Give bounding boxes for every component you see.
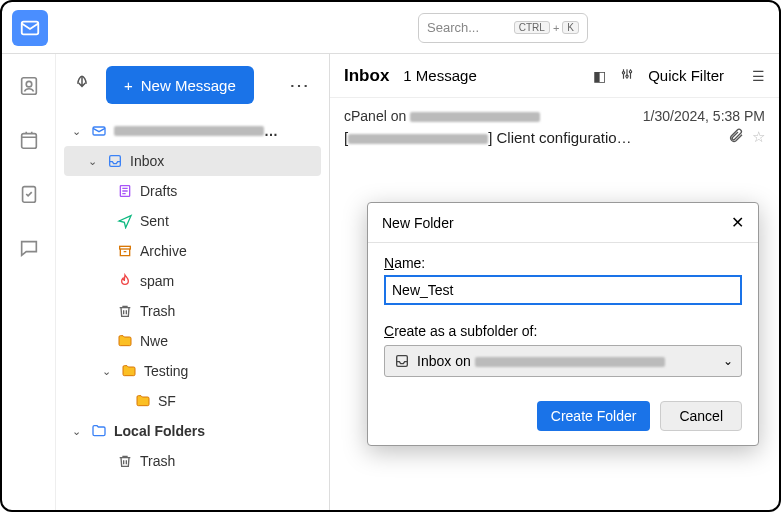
folder-spam[interactable]: spam [64,266,321,296]
contacts-icon[interactable] [17,74,41,98]
folder-archive[interactable]: Archive [64,236,321,266]
get-messages-icon[interactable] [72,73,92,97]
message-count: 1 Message [403,67,476,84]
chevron-down-icon: ⌄ [72,425,84,438]
spam-label: spam [140,273,174,289]
svg-rect-1 [21,78,36,95]
svg-point-10 [629,71,631,73]
chat-icon[interactable] [17,236,41,260]
name-label: Name: [384,255,742,271]
local-folders-row[interactable]: ⌄ Local Folders [64,416,321,446]
trash-label: Trash [140,303,175,319]
message-date: 1/30/2024, 5:38 PM [643,108,765,124]
nwe-label: Nwe [140,333,168,349]
svg-rect-3 [21,134,36,149]
drafts-icon [116,182,134,200]
archive-icon [116,242,134,260]
spam-icon [116,272,134,290]
sf-label: SF [158,393,176,409]
chevron-down-icon: ⌄ [102,365,114,378]
plus-icon: + [124,77,133,94]
subfolder-select[interactable]: Inbox on ⌄ [384,345,742,377]
local-folders-label: Local Folders [114,423,205,439]
message-subject: [] Client configuratio… [344,129,632,146]
trash-icon [116,452,134,470]
unread-filter-icon[interactable]: ◧ [593,68,606,84]
cancel-button[interactable]: Cancel [660,401,742,431]
new-folder-dialog: New Folder ✕ Name: Create as a subfolder… [367,202,759,446]
folder-icon [134,392,152,410]
folder-icon [116,332,134,350]
folder-trash[interactable]: Trash [64,296,321,326]
folder-drafts[interactable]: Drafts [64,176,321,206]
mail-account-icon [90,122,108,140]
message-list-header: Inbox 1 Message ◧ Quick Filter ☰ [330,54,779,98]
account-row[interactable]: ⌄ … [64,116,321,146]
folder-local-trash[interactable]: Trash [64,446,321,476]
folder-name-input[interactable] [384,275,742,305]
quick-filter-label[interactable]: Quick Filter [648,67,724,84]
folder-sent[interactable]: Sent [64,206,321,236]
app-mail-icon[interactable] [12,10,48,46]
attachment-icon [728,128,744,147]
search-placeholder: Search... [427,20,479,35]
testing-label: Testing [144,363,188,379]
folder-title: Inbox [344,66,389,86]
filter-icon[interactable] [620,67,634,84]
new-message-label: New Message [141,77,236,94]
message-sender: cPanel on [344,108,540,124]
account-name: … [114,123,278,139]
folder-testing[interactable]: ⌄ Testing [64,356,321,386]
subfolder-label: Create as a subfolder of: [384,323,742,339]
folder-sf[interactable]: SF [64,386,321,416]
search-input[interactable]: Search... CTRL + K [418,13,588,43]
kbd-k: K [562,21,579,34]
kbd-plus: + [553,22,559,34]
folder-icon [120,362,138,380]
svg-point-8 [622,72,624,74]
inbox-icon [393,352,411,370]
calendar-icon[interactable] [17,128,41,152]
trash-icon [116,302,134,320]
close-icon[interactable]: ✕ [731,213,744,232]
star-icon[interactable]: ☆ [752,128,765,147]
tasks-icon[interactable] [17,182,41,206]
chevron-down-icon: ⌄ [723,354,733,368]
folder-inbox[interactable]: ⌄ Inbox [64,146,321,176]
sent-label: Sent [140,213,169,229]
svg-rect-7 [120,246,131,249]
folder-sidebar: + New Message ⋯ ⌄ … ⌄ Inbox Drafts Sent … [56,54,330,510]
local-folder-icon [90,422,108,440]
layout-icon[interactable]: ☰ [752,68,765,84]
svg-point-2 [26,81,32,87]
chevron-down-icon: ⌄ [88,155,100,168]
svg-point-9 [626,75,628,77]
local-trash-label: Trash [140,453,175,469]
drafts-label: Drafts [140,183,177,199]
inbox-label: Inbox [130,153,164,169]
dialog-title: New Folder [382,215,454,231]
new-message-button[interactable]: + New Message [106,66,254,104]
subfolder-value: Inbox on [417,353,665,369]
sent-icon [116,212,134,230]
kbd-ctrl: CTRL [514,21,550,34]
folder-nwe[interactable]: Nwe [64,326,321,356]
archive-label: Archive [140,243,187,259]
message-row[interactable]: cPanel on 1/30/2024, 5:38 PM [] Client c… [330,98,779,157]
chevron-down-icon: ⌄ [72,125,84,138]
create-folder-button[interactable]: Create Folder [537,401,651,431]
more-menu-icon[interactable]: ⋯ [283,73,317,97]
inbox-icon [106,152,124,170]
spaces-rail [2,54,56,510]
